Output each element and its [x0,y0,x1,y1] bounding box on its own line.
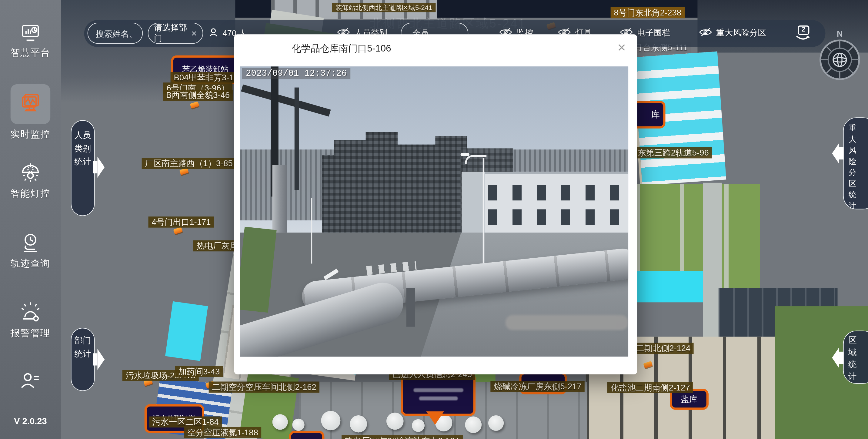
sidebar-item-label: 实时监控 [0,128,61,141]
camera-label[interactable]: 二期北侧2-124 [633,343,694,354]
close-icon[interactable]: ✕ [615,41,628,54]
view-2d-toggle[interactable]: 2 [793,24,812,43]
tab-label: 部门统计 [71,334,94,360]
camera-label[interactable]: 空分空压液氮1-188 [184,427,261,438]
zone-callout-label: 盐库 [681,394,698,405]
eye-slash-icon [699,28,712,38]
sidebar-item-label: 智能灯控 [0,187,61,200]
clear-icon[interactable]: ✕ [191,29,197,37]
blurred-text [413,388,463,392]
sidebar: 智慧平台 实时监控 [0,0,61,439]
camera-icon[interactable] [173,227,183,234]
camera-label[interactable]: 热电厂5#与6#冷冻站东南2-134 [342,435,463,439]
department-select[interactable]: 请选择部门 ✕ [148,23,204,43]
view-2d-badge: 2 [798,26,809,33]
storage-tank [292,419,304,431]
sidebar-item-platform[interactable]: 智慧平台 [0,22,61,59]
tab-label: 重大风险分区统计 [848,122,857,211]
compass-widget[interactable] [818,39,861,81]
street-light-arm [465,155,487,164]
storage-tank [465,416,482,433]
lamp-icon [19,162,42,187]
storage-tank [273,414,288,430]
tab-label: 区域统计 [848,334,857,383]
storage-tank [350,415,367,433]
storage-tank [321,411,340,430]
sidebar-item-personnel[interactable] [0,370,61,397]
street-light-pole [483,158,484,275]
sidebar-item-label: 报警管理 [0,327,61,340]
video-pole-dark [294,88,299,190]
sidebar-item-track-query[interactable]: 轨迹查询 [0,231,61,269]
camera-label[interactable]: 8号门东北角2-238 [611,7,685,19]
zone-callout-label: 库 [651,109,660,120]
tab-area-stats[interactable]: 区域统计 [843,330,868,383]
camera-label[interactable]: 东第三跨2轨道5-96 [634,147,712,158]
camera-label[interactable]: 污水一区二区1-84 [149,416,222,428]
map-pool-cyan-right [636,271,714,302]
compass-north-label: N [818,29,861,38]
sidebar-item-smart-light[interactable]: 智能灯控 [0,162,61,200]
department-select-value: 请选择部门 [154,23,189,43]
storage-tank [386,413,404,430]
toggle-label: 电子围栏 [637,28,671,38]
pin-clock-icon [19,231,42,257]
tab-label: 人员类别统计 [71,128,94,169]
sidebar-item-alarm[interactable]: 报警管理 [0,301,61,340]
sidebar-item-label: 轨迹查询 [0,257,61,270]
map-pool-cyan-left [165,301,208,361]
app-version: V 2.0.23 [0,416,61,427]
blurred-watermark [505,315,628,330]
toggle-label: 重大风险分区 [716,28,766,38]
search-input[interactable] [88,29,142,38]
camera-label[interactable]: 4号门出口1-171 [149,216,214,228]
camera-label[interactable]: 烧碱冷冻厂房东侧5-217 [490,381,585,392]
camera-label[interactable]: 装卸站北侧西北主道路区域5-241 [332,3,435,12]
street-light-pole [311,198,312,264]
tab-personnel-category-stats[interactable]: 人员类别统计 [71,120,95,216]
callout-pointer [426,411,444,425]
alarm-gear-icon [19,301,42,327]
blurred-text [419,397,458,401]
camera-label[interactable]: 化盐池二期南侧2-127 [607,382,693,393]
tab-major-risk-zone-stats[interactable]: 重大风险分区统计 [843,117,868,209]
video-steel-structure [322,132,467,238]
app-stage: 北侧西北主道路区域5-241 厂区南主路西（1）3-85 4号门出口1-171 … [0,0,868,439]
video-pipe-support [406,288,415,327]
street-light-head [461,153,469,156]
toggle-risk-zone[interactable]: 重大风险分区 [699,28,766,38]
search-input-pill[interactable] [88,23,143,43]
camera-label[interactable]: B西南侧全貌3-46 [163,90,233,101]
storage-tank [488,415,504,431]
camera-label[interactable]: 二期空分空压车间北侧2-162 [209,381,320,392]
video-window-row [488,209,625,225]
camera-modal: 化学品仓库南门口5-106 ✕ [234,34,638,374]
person-icon [209,28,218,39]
monitor-pulse-icon [18,91,42,118]
camera-video-feed: 2023/09/01 12:37:26 [240,66,628,356]
camera-label[interactable]: 厂区南主路西（1）3-85 [142,158,236,169]
camera-label[interactable]: 加药间3-43 [175,366,223,377]
storage-tank [412,419,425,432]
zone-callout-clipped[interactable] [289,431,324,439]
camera-label[interactable]: B04甲苯非芳3-10 [170,72,242,83]
modal-title: 化学品仓库南门口5-106 [292,42,391,55]
monitor-chart-icon [20,22,41,47]
person-list-icon [18,370,42,397]
video-window-row [488,185,625,200]
tab-department-stats[interactable]: 部门统计 [71,328,95,391]
sidebar-item-realtime-monitor[interactable]: 实时监控 [0,91,61,141]
sidebar-item-label: 智慧平台 [0,47,61,59]
video-timestamp: 2023/09/01 12:37:26 [242,68,351,80]
